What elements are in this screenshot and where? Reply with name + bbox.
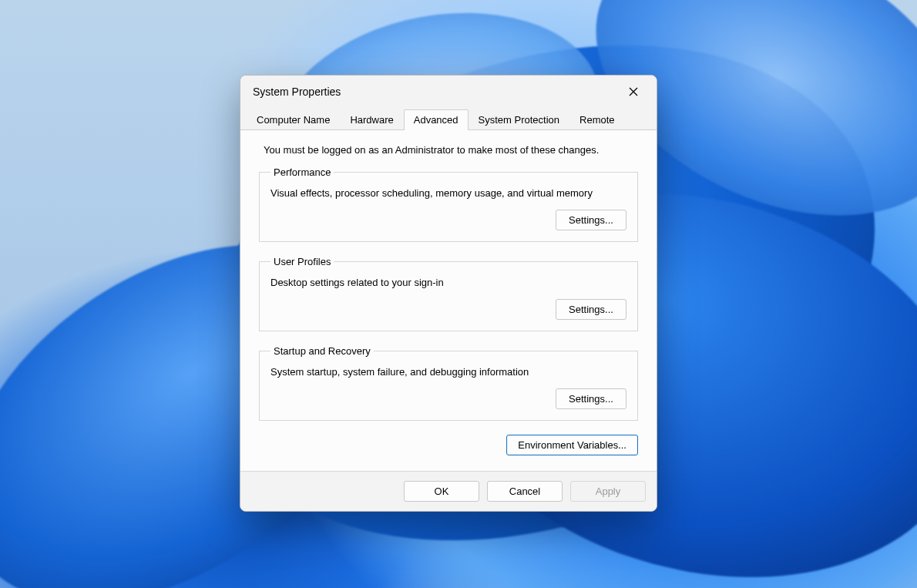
performance-desc: Visual effects, processor scheduling, me… xyxy=(270,187,626,199)
startup-recovery-group: Startup and Recovery System startup, sys… xyxy=(259,345,638,421)
desktop-background: System Properties Computer Name Hardware… xyxy=(0,0,917,588)
tab-page-advanced: You must be logged on as an Administrato… xyxy=(240,130,657,471)
system-properties-dialog: System Properties Computer Name Hardware… xyxy=(240,75,657,512)
close-button[interactable] xyxy=(621,81,646,102)
apply-button[interactable]: Apply xyxy=(570,481,646,502)
performance-legend: Performance xyxy=(270,166,334,178)
tab-hardware[interactable]: Hardware xyxy=(340,109,403,130)
tab-strip: Computer Name Hardware Advanced System P… xyxy=(240,108,657,130)
startup-recovery-legend: Startup and Recovery xyxy=(270,345,374,357)
cancel-button[interactable]: Cancel xyxy=(487,481,563,502)
performance-settings-button[interactable]: Settings... xyxy=(556,210,626,230)
dialog-footer: OK Cancel Apply xyxy=(240,471,657,511)
ok-button[interactable]: OK xyxy=(404,481,479,502)
user-profiles-legend: User Profiles xyxy=(270,256,334,267)
environment-variables-button[interactable]: Environment Variables... xyxy=(506,435,638,455)
tab-computer-name[interactable]: Computer Name xyxy=(247,109,340,130)
close-icon xyxy=(629,87,638,96)
user-profiles-group: User Profiles Desktop settings related t… xyxy=(259,256,638,331)
tab-system-protection[interactable]: System Protection xyxy=(469,109,570,130)
admin-note: You must be logged on as an Administrato… xyxy=(264,144,638,156)
user-profiles-desc: Desktop settings related to your sign-in xyxy=(270,277,626,288)
titlebar[interactable]: System Properties xyxy=(240,76,657,108)
window-title: System Properties xyxy=(253,86,341,98)
performance-group: Performance Visual effects, processor sc… xyxy=(259,166,638,242)
tab-remote[interactable]: Remote xyxy=(569,109,625,130)
startup-recovery-desc: System startup, system failure, and debu… xyxy=(270,366,626,378)
user-profiles-settings-button[interactable]: Settings... xyxy=(556,299,626,320)
tab-advanced[interactable]: Advanced xyxy=(404,109,469,130)
startup-recovery-settings-button[interactable]: Settings... xyxy=(556,388,626,409)
